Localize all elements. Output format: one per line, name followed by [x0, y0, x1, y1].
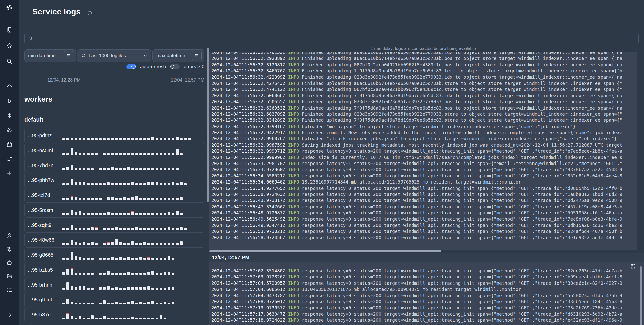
sparkline-bar	[75, 152, 77, 155]
sparkline-bar	[151, 258, 154, 260]
log-timestamp: 2024-12-04T11:56:32.270153Z	[211, 52, 285, 55]
auto-refresh-toggle[interactable]	[126, 64, 136, 69]
gear-icon[interactable]	[6, 246, 13, 252]
sparkline-bar	[107, 182, 110, 185]
log-message: response latency=0 status=200 target=win…	[302, 311, 623, 317]
arrow-right-icon[interactable]	[6, 312, 13, 318]
worker-row[interactable]: ...95-ns5mf	[24, 143, 204, 158]
worker-name: ...95-tzl7d	[28, 188, 62, 202]
worker-row[interactable]: ...95-gfbmf	[24, 292, 204, 307]
log-level-badge: INFO	[285, 62, 302, 67]
home-icon[interactable]	[6, 84, 13, 90]
worker-row[interactable]: ...95-48w66	[24, 232, 204, 248]
logfile-count-label: Last 1000 logfiles	[88, 53, 126, 58]
worker-row[interactable]: ...95-tzl7d	[24, 188, 204, 203]
log-level-badge: INFO	[285, 173, 302, 178]
folder-icon[interactable]	[6, 273, 13, 280]
user-icon[interactable]	[6, 232, 13, 239]
worker-row[interactable]: ...95-phh7w	[24, 173, 204, 188]
dollar-icon[interactable]	[6, 112, 13, 119]
bottom-pane-vertical-scrollbar[interactable]	[640, 266, 642, 325]
worker-row[interactable]: ...95-brhnn	[24, 277, 204, 292]
info-icon[interactable]	[87, 11, 92, 16]
worker-row[interactable]: ...95-zqkt9	[24, 217, 204, 233]
boxes-icon[interactable]	[6, 127, 13, 133]
worker-name: ...95-g8665	[28, 248, 62, 262]
sparkline-bar	[168, 243, 170, 245]
search-icon[interactable]	[6, 58, 13, 65]
log-message: response latency=0 status=200 target=win…	[302, 222, 623, 228]
worker-row[interactable]: ...95-5rcsm	[24, 202, 204, 218]
max-datetime-label: max datetime	[156, 53, 185, 58]
min-datetime-filter[interactable]: min datetime	[24, 49, 76, 62]
logfile-count-dropdown-button[interactable]	[140, 50, 151, 62]
sparkline-bar	[91, 198, 94, 200]
max-datetime-filter[interactable]: max datetime	[152, 49, 204, 62]
log-message: Finished uploading 7f9f75d8a9ac46a78d19d…	[302, 105, 623, 111]
worker-row[interactable]: ...95-7hd7n	[24, 158, 204, 173]
sparkline-bar	[135, 258, 138, 260]
top-pane-vertical-scrollbar[interactable]	[207, 48, 209, 202]
sparkline-bar	[127, 318, 130, 319]
sparkline-bar	[115, 273, 118, 275]
log-row: 2024-12-04T11:56:32.996076Z INFO Uploade…	[209, 136, 637, 142]
log-pane-top[interactable]: 2024-12-04T11:56:32.270153Z INFO Finishe…	[209, 52, 637, 250]
log-message: Finished uploading 087bf0c2aca04921bb096…	[302, 87, 623, 92]
list-icon[interactable]	[6, 287, 13, 293]
sparkline-bar	[151, 243, 154, 245]
worker-row[interactable]: ...95-b87rl	[24, 307, 204, 322]
worker-activity-sparkline	[62, 307, 201, 322]
sparkline-bar	[115, 258, 118, 260]
min-datetime-calendar-button[interactable]	[64, 51, 73, 60]
log-timestamp: 2024-12-04T11:57:13.973057Z	[211, 305, 285, 310]
windmill-logo[interactable]	[0, 3, 19, 13]
sparkline-bar	[143, 287, 146, 290]
sparkline-bar	[127, 138, 130, 140]
log-message: response latency=0 status=200 target=win…	[302, 186, 623, 191]
sparkline-bar	[79, 243, 81, 245]
sparkline-bar	[66, 269, 69, 275]
calendar-icon[interactable]	[6, 141, 13, 148]
sparkline-bar	[143, 138, 146, 140]
sparkline-bar	[127, 213, 130, 215]
sparkline-bar	[156, 318, 158, 319]
search-input[interactable]	[36, 36, 635, 42]
star-icon[interactable]	[6, 42, 13, 49]
robot-icon[interactable]	[6, 259, 13, 266]
horizontal-scrollbar-track[interactable]	[209, 250, 644, 253]
play-icon[interactable]	[6, 98, 13, 105]
flow-icon[interactable]	[6, 156, 13, 162]
sparkline-bar	[131, 317, 134, 319]
plus-icon[interactable]	[6, 170, 13, 177]
worker-row[interactable]: ...95-bzbs5	[24, 262, 204, 277]
sparkline-bar	[111, 167, 114, 170]
log-timestamp: 2024-12-04T11:56:32.834289Z	[211, 117, 285, 123]
sparkline-bar	[139, 138, 142, 140]
calendar-icon	[194, 53, 199, 58]
sparkline-bar	[66, 243, 69, 245]
building-icon[interactable]	[6, 27, 13, 33]
expand-icon[interactable]	[630, 263, 636, 269]
sparkline-bar	[176, 168, 179, 170]
sparkline-bar	[71, 165, 73, 170]
sparkline-bar	[107, 197, 110, 200]
sparkline-bar	[147, 272, 150, 275]
horizontal-scrollbar-thumb[interactable]	[209, 250, 441, 252]
sparkline-bar	[135, 196, 138, 200]
worker-row[interactable]: ...95-pdtnz	[24, 128, 204, 143]
log-pane-bottom[interactable]: 2024-12-04T11:57:02.351480Z INFO respons…	[209, 262, 644, 325]
log-message: Uploaded "meta.json" to object store tar…	[302, 124, 576, 129]
max-datetime-calendar-button[interactable]	[192, 51, 202, 60]
sparkline-bar	[83, 228, 85, 230]
log-level-badge: INFO	[285, 222, 302, 228]
sparkline-bar	[83, 242, 85, 245]
worker-row[interactable]: ...95-g8665	[24, 247, 204, 262]
sparkline-bar	[107, 228, 110, 230]
errors-filter-toggle[interactable]	[170, 64, 180, 69]
sparkline-bar	[135, 138, 138, 140]
sparkline-bar	[62, 258, 65, 260]
logfile-count-select[interactable]: Last 1000 logfiles	[77, 49, 151, 62]
page-title: Service logs	[32, 7, 81, 16]
sparkline-bar	[127, 167, 130, 170]
sparkline-bar	[62, 303, 65, 304]
